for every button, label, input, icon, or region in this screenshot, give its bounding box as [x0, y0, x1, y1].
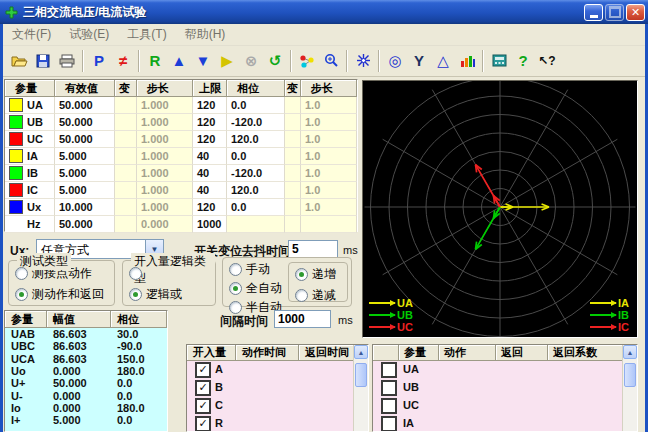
direction-group: 递增 递减 [288, 262, 348, 302]
checkbox[interactable] [381, 362, 397, 378]
menu-test[interactable]: 试验(E) [60, 26, 118, 43]
input-table-header: 开入量 动作时间 返回时间 [187, 345, 368, 360]
vector-arrow-icon [369, 314, 395, 316]
menu-help[interactable]: 帮助(H) [176, 26, 235, 43]
context-help-icon[interactable]: ↖? [535, 49, 559, 73]
wye-icon[interactable]: Y [407, 49, 431, 73]
save-file-icon[interactable] [31, 49, 55, 73]
table-row: Hz 50.000 0.000 1000 [5, 216, 357, 233]
table-row: I+5.0000.0 [5, 414, 167, 426]
debounce-input[interactable] [288, 240, 338, 258]
table-row: Ux 10.000 1.000 120 0.0 1.0 [5, 199, 357, 216]
step-up-icon[interactable]: ▲ [167, 49, 191, 73]
rings-icon[interactable]: ◎ [383, 49, 407, 73]
table-row: UCA86.603150.0 [5, 353, 167, 365]
step-down-icon[interactable]: ▼ [191, 49, 215, 73]
radio-icon[interactable] [129, 267, 142, 280]
result-table-header: 参量 动作 返回 返回系数 [373, 345, 637, 360]
color-swatch [9, 166, 23, 180]
menu-tools[interactable]: 工具(T) [118, 26, 175, 43]
checkbox[interactable] [195, 416, 211, 432]
toolbar-separator [378, 50, 380, 72]
color-swatch [9, 183, 23, 197]
close-button[interactable] [626, 4, 645, 21]
result-table-scrollbar[interactable]: ▲ [622, 345, 637, 431]
toolbar-separator [346, 50, 348, 72]
zoom-in-icon[interactable] [319, 49, 343, 73]
parameter-table: 参量 有效值 变 步长 上限 相位 变 步长 UA 50.000 1.000 1… [4, 79, 358, 232]
molecule-icon[interactable] [295, 49, 319, 73]
table-row: UBC86.603-90.0 [5, 340, 167, 352]
radio-increase[interactable]: 递增 [295, 266, 347, 283]
calculator-icon[interactable] [487, 49, 511, 73]
color-swatch [9, 200, 23, 214]
spokes-icon[interactable] [351, 49, 375, 73]
debounce-unit: ms [343, 244, 358, 256]
table-row: UA 50.000 1.000 120 0.0 1.0 [5, 97, 357, 114]
table-row: IA [373, 414, 637, 432]
phasor-panel: UA UB UC IA IB IC [362, 80, 638, 338]
radio-icon[interactable] [229, 263, 242, 276]
interval-label: 间隔时间 [220, 313, 268, 330]
checkbox[interactable] [195, 362, 211, 378]
reset-r-icon[interactable]: R [143, 49, 167, 73]
scrollbar-thumb[interactable] [624, 363, 636, 387]
start-test-icon[interactable]: ▶ [215, 49, 239, 73]
checkbox[interactable] [381, 416, 397, 432]
app-icon [5, 6, 18, 19]
input-table-scrollbar[interactable]: ▲ [353, 345, 368, 431]
logic-type-group: 开入量逻辑类型 逻辑与 逻辑或 [122, 260, 216, 306]
table-row: IC 5.000 1.000 40 120.0 1.0 [5, 182, 357, 199]
maximize-button[interactable] [605, 4, 624, 21]
checkbox[interactable] [381, 380, 397, 396]
derived-table-header: 参量 幅值 相位 [5, 311, 167, 328]
open-file-icon[interactable] [7, 49, 31, 73]
title-bar: 三相交流电压/电流试验 [0, 0, 648, 24]
checkbox[interactable] [195, 398, 211, 414]
table-row: UA [373, 360, 637, 378]
digital-input-table: 开入量 动作时间 返回时间 A B C R ▲ [186, 344, 369, 432]
menu-file[interactable]: 文件(F) [3, 26, 60, 43]
result-table: 参量 动作 返回 返回系数 UA UB UC IA IB ▲ [372, 344, 638, 432]
checkbox[interactable] [381, 398, 397, 414]
minimize-button[interactable] [584, 4, 603, 21]
radio-logic-or[interactable]: 逻辑或 [129, 286, 215, 303]
checkbox[interactable] [195, 380, 211, 396]
radio-icon[interactable] [129, 288, 142, 301]
radio-icon[interactable] [295, 289, 308, 302]
delta-icon[interactable]: △ [431, 49, 455, 73]
undo-icon[interactable]: ↺ [263, 49, 287, 73]
toolbar-separator [138, 50, 140, 72]
vector-arrow-icon [369, 326, 395, 328]
param-p-icon[interactable]: P [87, 49, 111, 73]
radio-test-act-return[interactable]: 测动作和返回 [15, 286, 114, 303]
bar-graph-icon[interactable] [455, 49, 479, 73]
vector-arrow-icon [590, 326, 616, 328]
scroll-up-icon[interactable]: ▲ [354, 345, 368, 359]
scroll-up-icon[interactable]: ▲ [623, 345, 637, 359]
stop-test-icon[interactable]: ⊗ [239, 49, 263, 73]
table-row: C [187, 396, 368, 414]
color-swatch [9, 132, 23, 146]
radio-icon[interactable] [229, 282, 242, 295]
phase-not-equal-icon[interactable]: ≠ [111, 49, 135, 73]
test-type-group: 测试类型 测接点动作 测动作和返回 [8, 260, 115, 306]
interval-input[interactable] [274, 310, 331, 328]
color-swatch [9, 98, 23, 112]
window-title: 三相交流电压/电流试验 [23, 4, 584, 21]
scrollbar-thumb[interactable] [355, 363, 367, 387]
vector-arrow-icon [369, 302, 395, 304]
table-row: UAB86.60330.0 [5, 328, 167, 340]
table-row: U+50.0000.0 [5, 377, 167, 389]
menu-bar: 文件(F) 试验(E) 工具(T) 帮助(H) [3, 24, 645, 46]
table-row: UC 50.000 1.000 120 120.0 1.0 [5, 131, 357, 148]
radio-icon[interactable] [15, 267, 28, 280]
radio-icon[interactable] [295, 268, 308, 281]
vector-arrow-icon [590, 302, 616, 304]
help-icon[interactable]: ? [511, 49, 535, 73]
parameter-table-header: 参量 有效值 变 步长 上限 相位 变 步长 [5, 80, 357, 97]
print-icon[interactable] [55, 49, 79, 73]
radio-decrease[interactable]: 递减 [295, 287, 347, 304]
phasor-legend-voltage: UA UB UC [369, 297, 413, 333]
radio-icon[interactable] [15, 288, 28, 301]
